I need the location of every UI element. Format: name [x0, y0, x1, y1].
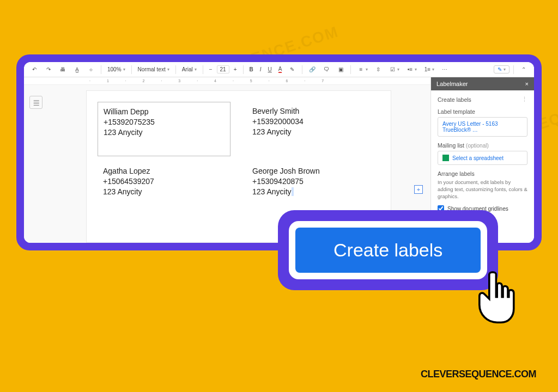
bulleted-list-button[interactable]: •≡▾ [404, 65, 419, 75]
label-phone: +15392075235 [104, 117, 225, 127]
label-cell[interactable]: George Josh Brown +15309420875 123 Anyci… [247, 162, 380, 216]
chevron-down-icon: ▾ [167, 67, 169, 72]
sidebar-more-button[interactable]: ⋮ [521, 96, 527, 103]
label-cell[interactable]: Beverly Smith +15392000034 123 Anycity [247, 102, 380, 156]
toolbar-separator [302, 65, 302, 74]
numbered-list-icon: 1≡ [423, 66, 431, 74]
chevron-down-icon: ▾ [123, 67, 125, 72]
align-icon: ≡ [357, 66, 365, 74]
arrange-heading: Arrange labels [438, 170, 527, 177]
line-spacing-icon: ⇳ [374, 66, 382, 74]
add-column-handle[interactable]: + [414, 185, 423, 194]
print-icon: 🖶 [59, 66, 66, 74]
checklist-button[interactable]: ☑▾ [386, 65, 402, 75]
redo-icon: ↷ [45, 66, 52, 74]
create-labels-heading: Create labels [438, 96, 471, 103]
highlight-button[interactable]: ✎ [286, 65, 298, 75]
text-color-icon: A [278, 66, 282, 73]
redo-button[interactable]: ↷ [43, 65, 54, 75]
paint-format-button[interactable]: ⟐ [85, 65, 97, 75]
label-cell[interactable]: Agatha Lopez +15064539207 123 Anycity [98, 162, 231, 216]
close-icon: × [525, 81, 529, 87]
bullet-list-icon: •≡ [406, 66, 414, 74]
mailing-list-heading: Mailing list [438, 142, 464, 149]
line-spacing-button[interactable]: ⇳ [372, 65, 384, 75]
spellcheck-button[interactable]: A̲ [71, 65, 83, 75]
underline-icon: U [268, 66, 272, 72]
label-name: Beverly Smith [252, 106, 374, 117]
align-button[interactable]: ≡▾ [355, 65, 370, 75]
label-name: William Depp [104, 107, 225, 117]
ruler[interactable]: · 1 · 2 · 3 · 4 · 5 · 6 · 7 [24, 77, 430, 85]
callout-inner: Create labels [289, 221, 487, 279]
image-icon: ▣ [337, 66, 344, 74]
chevron-up-icon: ⌃ [520, 66, 527, 74]
toolbar-separator [243, 65, 244, 74]
sheets-icon [442, 155, 449, 161]
chevron-down-icon: ▾ [415, 67, 417, 72]
label-cell[interactable]: William Depp +15392075235 123 Anycity [98, 102, 231, 156]
font-value: Arial [182, 66, 193, 72]
sidebar-title: Labelmaker [436, 81, 468, 87]
spellcheck-icon: A̲ [73, 66, 81, 74]
toolbar-separator [131, 65, 132, 74]
mailing-optional-label: (optional) [466, 143, 489, 149]
underline-button[interactable]: U [266, 65, 274, 74]
chevron-down-icon: ▾ [432, 67, 434, 72]
create-labels-button-label: Create labels [333, 240, 442, 260]
bold-button[interactable]: B [247, 65, 256, 74]
print-button[interactable]: 🖶 [57, 65, 69, 75]
document-outline-button[interactable]: ≣ [29, 96, 43, 109]
select-spreadsheet-button[interactable]: Select a spreadsheet [438, 151, 527, 165]
toolbar-separator [513, 65, 514, 74]
undo-icon: ↶ [31, 66, 38, 74]
template-value: Avery US Letter - 5163 TrueBlock® … [442, 121, 523, 133]
label-phone: +15064539207 [103, 176, 225, 187]
label-city: 123 Anycity [252, 187, 292, 196]
close-sidebar-button[interactable]: × [525, 81, 529, 87]
label-name: Agatha Lopez [103, 166, 225, 176]
link-icon: 🔗 [308, 66, 316, 74]
create-labels-button[interactable]: Create labels [295, 228, 481, 273]
kebab-icon: ⋮ [521, 96, 527, 102]
style-value: Normal text [138, 66, 166, 72]
more-icon: ⋯ [441, 66, 448, 74]
italic-button[interactable]: I [258, 65, 264, 74]
paint-roller-icon: ⟐ [87, 66, 95, 74]
font-size-decrease[interactable]: − [207, 65, 215, 74]
pointer-cursor-icon [469, 269, 518, 329]
numbered-list-button[interactable]: 1≡▾ [421, 65, 436, 75]
footer-brand: CLEVERSEQUENCE.COM [421, 369, 536, 380]
text-cursor-selection [292, 187, 294, 196]
editing-mode-button[interactable]: ✎▾ [494, 65, 510, 74]
toolbar-separator [350, 65, 351, 74]
bold-icon: B [250, 66, 253, 72]
chevron-down-icon: ▾ [397, 67, 399, 72]
toolbar-separator [203, 65, 203, 74]
sidebar-header: Labelmaker × [431, 77, 534, 90]
chevron-down-icon: ▾ [504, 67, 506, 72]
highlight-icon: ✎ [288, 66, 296, 74]
label-phone: +15309420875 [252, 176, 374, 187]
label-template-select[interactable]: Avery US Letter - 5163 TrueBlock® … [438, 117, 527, 137]
more-button[interactable]: ⋯ [439, 65, 451, 75]
font-size-value: 21 [220, 66, 226, 72]
arrange-description: In your document, edit labels by adding … [438, 179, 527, 200]
label-city: 123 Anycity [103, 187, 225, 197]
font-size-input[interactable]: 21 [217, 65, 229, 74]
comment-icon: 🗨 [323, 66, 330, 74]
style-dropdown[interactable]: Normal text▾ [136, 65, 172, 74]
font-dropdown[interactable]: Arial▾ [180, 65, 199, 74]
sidebar-body: Create labels ⋮ Label template Avery US … [431, 90, 534, 217]
insert-link-button[interactable]: 🔗 [306, 65, 318, 75]
zoom-dropdown[interactable]: 100%▾ [105, 65, 128, 74]
hide-menus-button[interactable]: ⌃ [518, 65, 530, 75]
template-heading: Label template [438, 108, 527, 115]
text-color-button[interactable]: A [276, 65, 284, 74]
callout-frame: Create labels [278, 210, 498, 290]
undo-button[interactable]: ↶ [28, 65, 40, 75]
chevron-down-icon: ▾ [366, 67, 368, 72]
insert-image-button[interactable]: ▣ [335, 65, 347, 75]
font-size-increase[interactable]: + [232, 65, 239, 74]
add-comment-button[interactable]: 🗨 [320, 65, 332, 75]
